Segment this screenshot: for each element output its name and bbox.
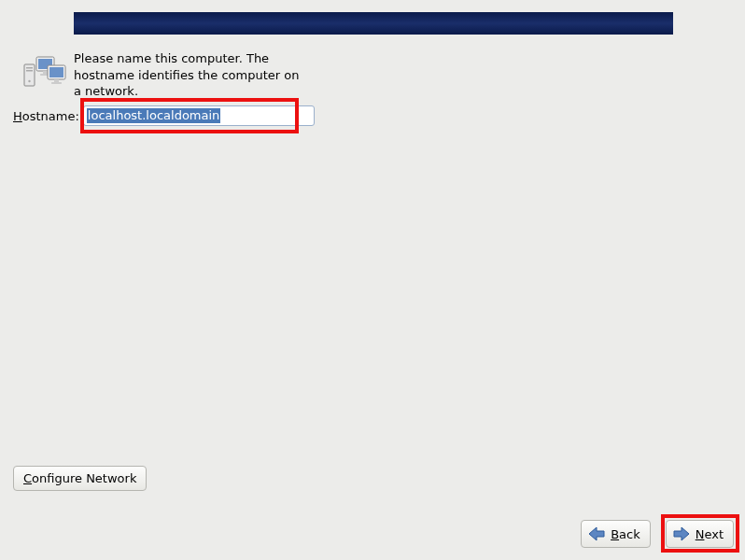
svg-rect-1 [26, 67, 33, 69]
configure-network-button[interactable]: Configure Network [13, 466, 147, 491]
svg-rect-2 [26, 70, 33, 72]
svg-rect-6 [43, 71, 48, 74]
hostname-row: Hostname: localhost.localdomain [13, 105, 315, 126]
next-button[interactable]: Next [666, 520, 734, 548]
nav-button-bar: Back Next [581, 520, 734, 548]
network-computers-icon [22, 53, 67, 91]
svg-rect-11 [51, 82, 62, 84]
arrow-right-icon [671, 524, 692, 544]
arrow-left-icon [586, 524, 607, 544]
instruction-text: Please name this computer. The hostname … [74, 50, 307, 100]
svg-rect-9 [49, 67, 63, 77]
hostname-label: Hostname: [13, 109, 79, 123]
hostname-input[interactable] [83, 105, 315, 126]
svg-rect-10 [54, 79, 59, 82]
header-bar [74, 12, 673, 35]
back-button[interactable]: Back [581, 520, 651, 548]
svg-point-3 [28, 80, 30, 82]
